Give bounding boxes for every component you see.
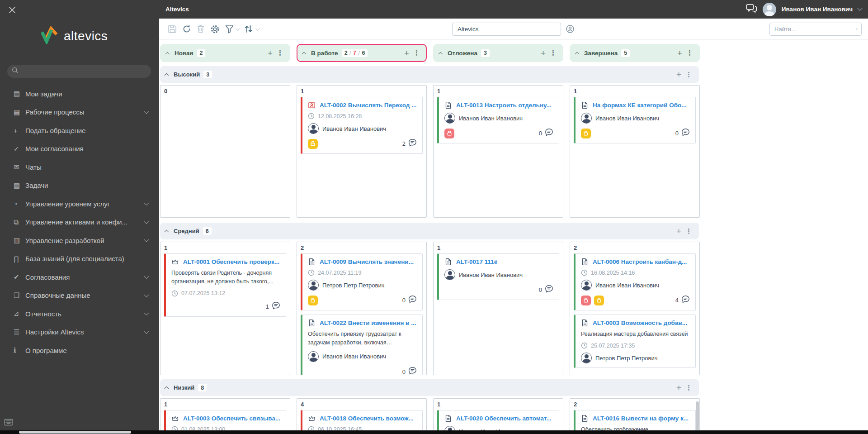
collapse-column-icon[interactable]: [302, 52, 306, 56]
board-select[interactable]: Altevics: [452, 23, 561, 36]
column-menu-icon[interactable]: ⋮: [548, 49, 558, 57]
swimlane-menu-icon[interactable]: ⋮: [684, 227, 693, 235]
card-title-link[interactable]: ALT-0020 Обеспечить автомат...: [456, 415, 552, 422]
chevron-down-icon[interactable]: [144, 292, 149, 297]
sidebar-item-3[interactable]: +Подать обращение: [0, 121, 159, 140]
sidebar-search-input[interactable]: [7, 65, 151, 78]
swimlane-header[interactable]: Высокий3+⋮: [160, 66, 699, 83]
collapse-column-icon[interactable]: [575, 52, 579, 56]
refresh-icon[interactable]: [182, 24, 192, 34]
save-icon[interactable]: [167, 24, 177, 34]
collapse-column-icon[interactable]: [438, 52, 443, 56]
card-title-link[interactable]: На формах КЕ категорий Обо...: [593, 102, 687, 109]
sidebar-item-15[interactable]: ℹО программе: [0, 341, 159, 360]
column-menu-icon[interactable]: ⋮: [685, 49, 694, 57]
column-menu-icon[interactable]: ⋮: [275, 49, 285, 57]
task-card[interactable]: ALT-0017 111ёИванов Иван Иванович0: [437, 253, 559, 300]
card-title-link[interactable]: ALT-0001 Обеспечить проверк...: [183, 258, 279, 265]
column-menu-icon[interactable]: ⋮: [412, 49, 421, 57]
comment-bubble-icon[interactable]: [408, 366, 417, 375]
task-card[interactable]: ALT-0009 Вычислять значени...24.07.2025 …: [301, 253, 423, 310]
swimlane-header[interactable]: Низкий8+⋮: [160, 379, 699, 396]
sidebar-item-7[interactable]: ◔Управление уровнем услуг: [0, 195, 159, 213]
user-menu-chevron-icon[interactable]: [857, 5, 862, 10]
vertical-scrollbar-thumb[interactable]: [696, 401, 699, 430]
chevron-down-icon[interactable]: [144, 310, 149, 315]
keyboard-toggle-icon[interactable]: [4, 418, 13, 428]
sort-icon[interactable]: [243, 24, 259, 34]
add-card-button[interactable]: +: [401, 49, 412, 57]
horizontal-scrollbar-thumb[interactable]: [19, 431, 131, 434]
collapse-column-icon[interactable]: [165, 52, 170, 56]
add-card-button[interactable]: +: [674, 383, 684, 392]
column-header[interactable]: Завершена5+⋮: [570, 44, 700, 62]
card-title-link[interactable]: ALT-0018 Обеспечить возмож...: [320, 415, 414, 422]
sidebar-item-2[interactable]: ▦Рабочие процессы: [0, 103, 159, 122]
sidebar-item-14[interactable]: ☰Настройки Altevics: [0, 323, 159, 342]
comment-bubble-icon[interactable]: [681, 128, 690, 139]
card-title-link[interactable]: ALT-0013 Настроить отдельну...: [456, 102, 552, 109]
gear-icon[interactable]: [210, 24, 220, 34]
task-card[interactable]: На формах КЕ категорий Обо...Иванов Иван…: [574, 97, 696, 143]
card-title-link[interactable]: ALT-0016 Вывести на форму к...: [593, 415, 689, 422]
sidebar-item-1[interactable]: ▤Мои задачи: [0, 85, 159, 103]
card-title-link[interactable]: ALT-0009 Вычислять значени...: [320, 258, 414, 265]
sidebar-item-9[interactable]: ▥Управление разработкой: [0, 231, 159, 250]
search-input[interactable]: [770, 26, 856, 33]
collapse-swimlane-icon[interactable]: [164, 230, 169, 234]
swimlane-menu-icon[interactable]: ⋮: [684, 71, 693, 79]
card-title-link[interactable]: ALT-0003 Обеспечить связыва...: [183, 415, 280, 422]
filter-icon[interactable]: [225, 24, 239, 34]
filter-chevron-icon[interactable]: [236, 26, 240, 31]
card-title-link[interactable]: ALT-0006 Настроить канбан-д...: [593, 258, 687, 265]
card-title-link[interactable]: ALT-0003 Возможность добав...: [593, 320, 687, 326]
card-title-link[interactable]: ALT-0017 111ё: [456, 258, 497, 265]
comment-bubble-icon[interactable]: [271, 301, 281, 312]
chat-icon[interactable]: [746, 4, 757, 15]
add-card-button[interactable]: +: [538, 49, 548, 57]
add-card-button[interactable]: +: [674, 227, 684, 235]
person-circle-icon[interactable]: [566, 24, 575, 35]
sidebar-item-13[interactable]: ⊿Отчетность: [0, 305, 159, 323]
chevron-down-icon[interactable]: [144, 237, 149, 242]
comment-bubble-icon[interactable]: [408, 138, 417, 149]
swimlane-header[interactable]: Средний6+⋮: [160, 223, 699, 239]
column-header[interactable]: Новая2+⋮: [160, 44, 290, 62]
trash-icon[interactable]: [196, 24, 205, 34]
sidebar-item-11[interactable]: ✔Согласования: [0, 268, 159, 286]
add-card-button[interactable]: +: [265, 49, 275, 57]
comment-bubble-icon[interactable]: [681, 295, 690, 306]
add-card-button[interactable]: +: [675, 49, 685, 57]
task-card[interactable]: ALT-0013 Настроить отдельну...Иванов Ива…: [437, 97, 559, 143]
sort-chevron-icon[interactable]: [255, 26, 260, 31]
sidebar-item-4[interactable]: ✓Мои согласования: [0, 140, 159, 158]
sidebar-item-5[interactable]: ✉Чаты: [0, 158, 159, 176]
task-card[interactable]: ALT-0002 Вычислять Переход ...12.08.2025…: [301, 97, 423, 154]
add-card-button[interactable]: +: [674, 70, 684, 79]
user-name[interactable]: Иванов Иван Иванович: [782, 6, 853, 13]
task-card[interactable]: ALT-0022 Внести изменения в ...Обеспечит…: [301, 315, 423, 375]
comment-bubble-icon[interactable]: [544, 284, 554, 296]
chevron-down-icon[interactable]: [144, 329, 149, 334]
task-card[interactable]: ALT-0006 Настроить канбан-д...16.08.2025…: [574, 253, 696, 310]
chevron-down-icon[interactable]: [144, 200, 149, 205]
chevron-down-icon[interactable]: [144, 219, 149, 224]
sidebar-item-8[interactable]: ⧉Управление активами и конфи...: [0, 213, 159, 232]
sidebar-item-6[interactable]: ▤Задачи: [0, 176, 159, 195]
task-card[interactable]: ALT-0003 Возможность добав...Реализация …: [574, 315, 696, 368]
column-header[interactable]: В работе2 / 7 / 6+⋮: [297, 44, 427, 62]
card-title-link[interactable]: ALT-0002 Вычислять Переход ...: [320, 102, 416, 109]
chevron-down-icon[interactable]: [144, 274, 149, 279]
column-header[interactable]: Отложена3+⋮: [433, 44, 563, 62]
comment-bubble-icon[interactable]: [408, 295, 417, 306]
comment-bubble-icon[interactable]: [544, 128, 554, 139]
sidebar-item-12[interactable]: ❒Справочные данные: [0, 286, 159, 305]
close-sidebar-icon[interactable]: [8, 6, 16, 14]
user-avatar[interactable]: [763, 3, 776, 16]
sidebar-item-10[interactable]: ∏База знаний (для специалиста): [0, 250, 159, 268]
collapse-swimlane-icon[interactable]: [164, 73, 169, 78]
card-title-link[interactable]: ALT-0022 Внести изменения в ...: [320, 320, 416, 326]
task-card[interactable]: ALT-0001 Обеспечить проверк...Проверять …: [164, 253, 286, 317]
swimlane-menu-icon[interactable]: ⋮: [684, 384, 693, 392]
chevron-down-icon[interactable]: [144, 109, 149, 114]
